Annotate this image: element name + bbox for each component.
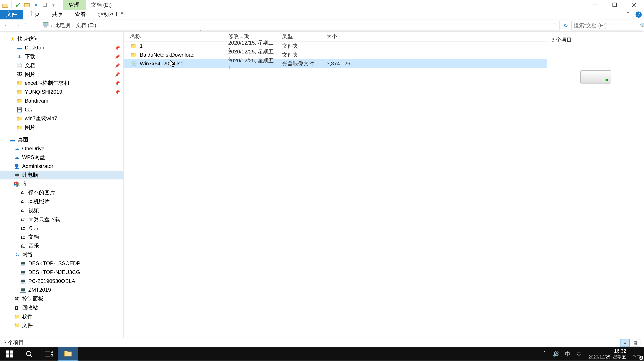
- nav-network-computer[interactable]: 💻DESKTOP-LSSOEDP: [0, 259, 124, 268]
- nav-desktop-item[interactable]: ☁WPS网盘: [0, 153, 124, 162]
- nav-recycle-bin[interactable]: 🗑 回收站: [0, 303, 124, 312]
- library-icon: 🗂: [20, 198, 26, 205]
- nav-software-folder[interactable]: 📁 软件: [0, 312, 124, 321]
- security-icon[interactable]: 🛡: [575, 351, 583, 357]
- close-button[interactable]: [624, 0, 644, 10]
- nav-network[interactable]: 🖧 网络: [0, 250, 124, 259]
- nav-library-item[interactable]: 🗂天翼云盘下载: [0, 215, 124, 224]
- sort-asc-icon: ˄: [200, 30, 201, 34]
- computer-icon: 💻: [20, 269, 26, 276]
- tab-file[interactable]: 文件: [0, 9, 23, 19]
- view-details-button[interactable]: ≡: [620, 339, 630, 347]
- nav-control-panel[interactable]: 🛠 控制面板: [0, 294, 124, 303]
- nav-desktop-item[interactable]: 👤Administrator: [0, 162, 124, 171]
- properties-icon[interactable]: [14, 1, 22, 8]
- crumb-current[interactable]: 文档 (E:): [76, 22, 96, 29]
- file-row[interactable]: 💿Win7x64_2020.iso2020/12/25, 星期五 1…光盘映像文…: [124, 59, 546, 68]
- nav-qa-item[interactable]: 📁YUNQISHI2019📌: [0, 87, 124, 96]
- navigation-pane: ★ 快速访问 ▬Desktop📌⬇下载📌📄文档📌🖼图片📌📁excel表格制作求和…: [0, 32, 124, 338]
- nav-quick-access[interactable]: ★ 快速访问: [0, 34, 124, 43]
- col-name[interactable]: 名称 ˄: [130, 33, 228, 40]
- search-icon[interactable]: 🔍: [640, 22, 644, 28]
- nav-qa-item[interactable]: 📄文档📌: [0, 61, 124, 70]
- file-explorer-taskbar-button[interactable]: [58, 348, 78, 361]
- nav-desktop-item[interactable]: 💻此电脑: [0, 171, 124, 179]
- maximize-button[interactable]: [605, 0, 624, 10]
- nav-network-computer[interactable]: 💻PC-20190530OBLA: [0, 277, 124, 286]
- nav-network-computer[interactable]: 💻DESKTOP-NJEU3CG: [0, 268, 124, 277]
- search-box[interactable]: 🔍: [572, 21, 642, 30]
- col-size[interactable]: 大小: [326, 33, 358, 40]
- action-center-button[interactable]: 3: [629, 348, 644, 361]
- nav-desktop-item[interactable]: ☁OneDrive: [0, 144, 124, 153]
- nav-desktop-item[interactable]: 📚库: [0, 179, 124, 188]
- app-icon[interactable]: [2, 1, 9, 8]
- new-folder-icon[interactable]: [24, 1, 30, 8]
- nav-item-label: DESKTOP-NJEU3CG: [28, 269, 80, 275]
- network-icon: 🖧: [13, 251, 20, 258]
- recent-locations-dropdown[interactable]: ˅: [23, 21, 28, 30]
- file-row[interactable]: 📁12020/12/15, 星期二 1…文件夹: [124, 41, 546, 50]
- address-dropdown-icon[interactable]: ˅: [552, 22, 558, 28]
- clock[interactable]: 16:32 2020/12/25, 星期五: [586, 348, 629, 360]
- status-bar: 3 个项目 ≡ ▦: [0, 338, 644, 348]
- nav-qa-item[interactable]: ▬Desktop📌: [0, 43, 124, 52]
- nav-item-label: 库: [22, 180, 28, 188]
- help-button[interactable]: ?: [633, 9, 644, 19]
- crumb-this-pc[interactable]: 此电脑: [54, 22, 70, 29]
- search-button[interactable]: [20, 348, 39, 361]
- nav-qa-item[interactable]: 💾G:\: [0, 105, 124, 114]
- delete-icon[interactable]: ✕: [32, 1, 40, 8]
- up-button[interactable]: ↑: [29, 21, 39, 30]
- nav-library-item[interactable]: 🗂图片: [0, 224, 124, 232]
- quick-access-toolbar: ✕ ▾: [0, 1, 63, 8]
- rename-icon[interactable]: [41, 1, 48, 8]
- forward-button[interactable]: →: [12, 21, 22, 30]
- back-button[interactable]: ←: [2, 21, 12, 30]
- nav-library-item[interactable]: 🗂本机照片: [0, 197, 124, 206]
- nav-qa-item[interactable]: 📁win7重装win7: [0, 114, 124, 123]
- nav-item-label: 图片: [25, 70, 36, 78]
- nav-library-item[interactable]: 🗂音乐: [0, 241, 124, 250]
- tab-share[interactable]: 共享: [46, 9, 69, 19]
- tab-home[interactable]: 主页: [23, 9, 46, 19]
- nav-files-folder[interactable]: 📁 文件: [0, 321, 124, 330]
- collapse-ribbon-icon[interactable]: ˅: [623, 9, 633, 19]
- nav-library-item[interactable]: 🗂视频: [0, 206, 124, 215]
- breadcrumb[interactable]: › 此电脑 › 文档 (E:) › ˅: [40, 21, 560, 30]
- nav-item-label: 音乐: [28, 242, 39, 250]
- pin-icon: 📌: [114, 63, 120, 68]
- refresh-button[interactable]: ↻: [561, 22, 570, 28]
- view-large-icons-button[interactable]: ▦: [630, 339, 640, 347]
- nav-item-label: 文档: [28, 233, 39, 241]
- file-row[interactable]: 📁BaiduNetdiskDownload2020/12/25, 星期五 1…文…: [124, 50, 546, 59]
- tab-view[interactable]: 查看: [69, 9, 92, 19]
- nav-qa-item[interactable]: 📁Bandicam: [0, 96, 124, 105]
- nav-network-computer[interactable]: 💻ZMT2019: [0, 286, 124, 295]
- folder-icon: 📁: [130, 42, 137, 49]
- chevron-right-icon[interactable]: ›: [71, 22, 75, 28]
- nav-library-item[interactable]: 🗂文档: [0, 232, 124, 241]
- search-input[interactable]: [574, 22, 640, 28]
- nav-qa-item[interactable]: 🖼图片📌: [0, 70, 124, 79]
- chevron-right-icon[interactable]: ›: [50, 22, 54, 28]
- nav-library-item[interactable]: 🗂保存的图片: [0, 188, 124, 197]
- folder-icon: 📁: [16, 80, 23, 87]
- col-type[interactable]: 类型: [282, 33, 326, 40]
- qat-dropdown-icon[interactable]: ▾: [50, 1, 57, 8]
- separator: [12, 1, 12, 8]
- ime-indicator[interactable]: 中: [564, 350, 572, 358]
- nav-qa-item[interactable]: 📁图片: [0, 123, 124, 132]
- library-icon: 🗂: [20, 233, 26, 240]
- tab-drive-tools[interactable]: 驱动器工具: [92, 9, 131, 19]
- minimize-button[interactable]: [586, 0, 605, 10]
- nav-desktop[interactable]: ▬ 桌面: [0, 135, 124, 144]
- nav-qa-item[interactable]: ⬇下载📌: [0, 52, 124, 61]
- svg-rect-2: [43, 3, 46, 6]
- task-view-button[interactable]: [39, 348, 58, 361]
- nav-qa-item[interactable]: 📁excel表格制作求和📌: [0, 79, 124, 87]
- volume-icon[interactable]: 🔊: [552, 351, 560, 357]
- start-button[interactable]: [0, 348, 20, 361]
- chevron-right-icon[interactable]: ›: [97, 22, 100, 28]
- tray-overflow-icon[interactable]: ˄: [540, 351, 548, 357]
